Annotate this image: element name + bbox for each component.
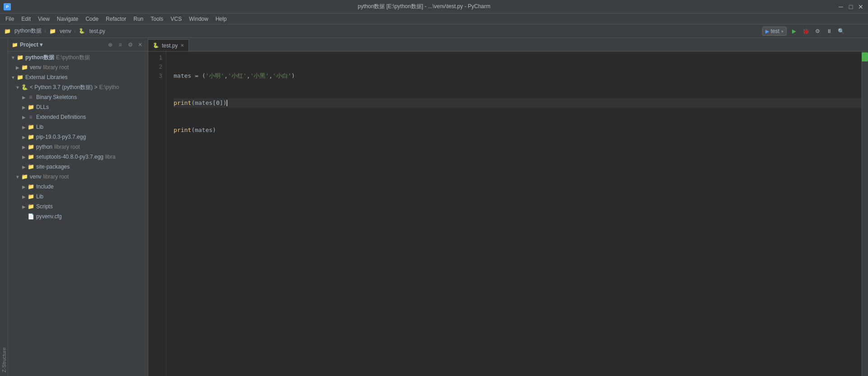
tree-label: DLLs: [36, 104, 49, 110]
suspend-button[interactable]: ⏸: [825, 27, 834, 36]
expand-arrow: ▶: [21, 134, 27, 140]
close-button[interactable]: ✕: [857, 3, 864, 10]
menu-tools[interactable]: Tools: [147, 15, 167, 23]
expand-arrow: ▶: [21, 164, 27, 170]
run-config-name: test: [771, 28, 779, 34]
breadcrumb: 📁 python数据 › 📁 venv › 🐍 test.py: [4, 27, 105, 35]
run-button[interactable]: ▶: [789, 27, 798, 36]
run-config-selector[interactable]: ▶ test ▾: [762, 27, 787, 36]
tree-item-include[interactable]: ▶ 📁 Include: [8, 182, 148, 192]
tree-label: python数据: [25, 54, 54, 61]
bars-icon: ≡: [27, 94, 34, 101]
folder-icon: 📁: [27, 193, 34, 200]
main-area: Z-Structure 📁Project ▾ ⊕ ≡ ⚙ ✕ ▼ 📁 pytho…: [0, 38, 868, 376]
sidebar-header: 📁Project ▾ ⊕ ≡ ⚙ ✕: [8, 38, 148, 52]
menu-refactor[interactable]: Refactor: [102, 15, 130, 23]
menu-window[interactable]: Window: [185, 15, 212, 23]
tree-label: venv: [30, 64, 41, 70]
locate-button[interactable]: ⊕: [106, 41, 114, 49]
folder-icon: 📁: [27, 183, 34, 190]
tree-label: Lib: [36, 193, 43, 200]
editor-tab-testpy[interactable]: 🐍 test.py ✕: [148, 39, 189, 51]
tree-sublabel: library root: [43, 174, 69, 180]
hide-sidebar-button[interactable]: ✕: [136, 41, 144, 49]
expand-arrow: ▶: [21, 183, 27, 190]
folder-icon: 📁: [27, 203, 34, 210]
coverage-button[interactable]: ⚙: [813, 27, 822, 36]
tree-sublabel: library root: [43, 64, 69, 70]
tree-item-site-packages[interactable]: ▶ 📁 site-packages: [8, 162, 148, 172]
tree-label: Scripts: [36, 203, 53, 210]
tree-label: python: [36, 144, 52, 150]
bars-icon: ≡: [27, 113, 34, 121]
tree-sublabel: E:\python数据: [56, 54, 90, 61]
editor-scrollbar[interactable]: [862, 52, 868, 376]
tree-item-dlls[interactable]: ▶ 📁 DLLs: [8, 102, 148, 112]
folder-icon: 📁: [21, 64, 28, 71]
tree-item-setuptools[interactable]: ▶ 📁 setuptools-40.8.0-py3.7.egg libra: [8, 152, 148, 162]
minimize-button[interactable]: ─: [837, 3, 844, 10]
tree-label: Binary Skeletons: [36, 94, 77, 100]
code-line-2: print(mates[0]): [174, 99, 862, 108]
tree-label: pip-19.0.3-py3.7.egg: [36, 134, 86, 140]
tree-item-pyvenv[interactable]: ▶ 📄 pyvenv.cfg: [8, 212, 148, 221]
tree-label: Include: [36, 183, 54, 190]
line-numbers: 1 2 3: [148, 52, 166, 376]
code-editor[interactable]: mates = ('小明','小红','小黑','小白') print(mate…: [166, 52, 862, 376]
menu-run[interactable]: Run: [130, 15, 147, 23]
maximize-button[interactable]: □: [847, 3, 854, 10]
expand-arrow: ▼: [10, 74, 16, 80]
tree-item-binary-skeletons[interactable]: ▶ ≡ Binary Skeletons: [8, 92, 148, 102]
folder-icon: 📁: [27, 103, 34, 111]
titlebar: P python数据 [E:\python数据] - ...\venv\test…: [0, 0, 868, 14]
tab-label: test.py: [162, 42, 178, 49]
tree-label: venv: [30, 174, 41, 180]
folder-icon: 📁: [27, 153, 34, 160]
settings-button[interactable]: ⚙: [126, 41, 134, 49]
tree-item-scripts[interactable]: ▶ 📁 Scripts: [8, 202, 148, 212]
tree-item-external-libs[interactable]: ▼ 📁 External Libraries: [8, 72, 148, 82]
expand-arrow: ▼: [10, 54, 16, 61]
menu-file[interactable]: File: [2, 15, 18, 23]
tab-close-button[interactable]: ✕: [180, 43, 184, 48]
expand-arrow: ▶: [21, 154, 27, 160]
menu-navigate[interactable]: Navigate: [53, 15, 82, 23]
expand-arrow: ▶: [21, 144, 27, 150]
expand-arrow: ▼: [14, 174, 21, 180]
tree-item-venv[interactable]: ▶ 📁 venv library root: [8, 62, 148, 72]
tree-item-python-lib[interactable]: ▶ 📁 python library root: [8, 142, 148, 152]
tree-sublabel: libra: [105, 154, 116, 160]
collapse-button[interactable]: ≡: [116, 41, 124, 49]
breadcrumb-project[interactable]: python数据: [14, 27, 42, 35]
project-sidebar: 📁Project ▾ ⊕ ≡ ⚙ ✕ ▼ 📁 python数据 E:\pytho…: [8, 38, 148, 376]
project-tree: ▼ 📁 python数据 E:\python数据 ▶ 📁 venv librar…: [8, 52, 148, 376]
menu-edit[interactable]: Edit: [18, 15, 34, 23]
tree-item-python37[interactable]: ▼ 🐍 < Python 3.7 (python数据) > E:\pytho: [8, 82, 148, 92]
tree-item-venv-libroot[interactable]: ▼ 📁 venv library root: [8, 172, 148, 182]
folder-icon: 📁: [27, 163, 34, 170]
menu-vcs[interactable]: VCS: [167, 15, 185, 23]
z-structure-tab[interactable]: Z-Structure: [1, 348, 7, 372]
editor-tab-bar: 🐍 test.py ✕: [148, 38, 868, 52]
expand-arrow: ▶: [21, 193, 27, 200]
tree-item-lib[interactable]: ▶ 📁 Lib: [8, 122, 148, 132]
debug-button[interactable]: 🐞: [801, 27, 810, 36]
editor-area: 🐍 test.py ✕ 1 2 3 mates = ('小明','小红','小黑…: [148, 38, 868, 376]
breadcrumb-file[interactable]: test.py: [89, 28, 105, 34]
breadcrumb-venv[interactable]: venv: [60, 28, 71, 34]
tree-label: < Python 3.7 (python数据) >: [30, 84, 97, 91]
tree-item-project-root[interactable]: ▼ 📁 python数据 E:\python数据: [8, 52, 148, 62]
menu-code[interactable]: Code: [82, 15, 102, 23]
tree-item-extended-defs[interactable]: ▶ ≡ Extended Definitions: [8, 112, 148, 122]
expand-arrow: ▶: [21, 124, 27, 130]
tree-item-lib2[interactable]: ▶ 📁 Lib: [8, 192, 148, 202]
tree-item-pip[interactable]: ▶ 📁 pip-19.0.3-py3.7.egg: [8, 132, 148, 142]
search-everywhere-button[interactable]: 🔍: [836, 27, 845, 36]
menu-view[interactable]: View: [34, 15, 53, 23]
python-icon: 🐍: [21, 84, 28, 91]
tree-label: pyvenv.cfg: [36, 213, 61, 220]
menu-help[interactable]: Help: [212, 15, 231, 23]
line-num-2: 2: [148, 62, 162, 71]
tree-sublabel: E:\pytho: [99, 84, 119, 90]
editor-content[interactable]: 1 2 3 mates = ('小明','小红','小黑','小白') prin…: [148, 52, 868, 376]
